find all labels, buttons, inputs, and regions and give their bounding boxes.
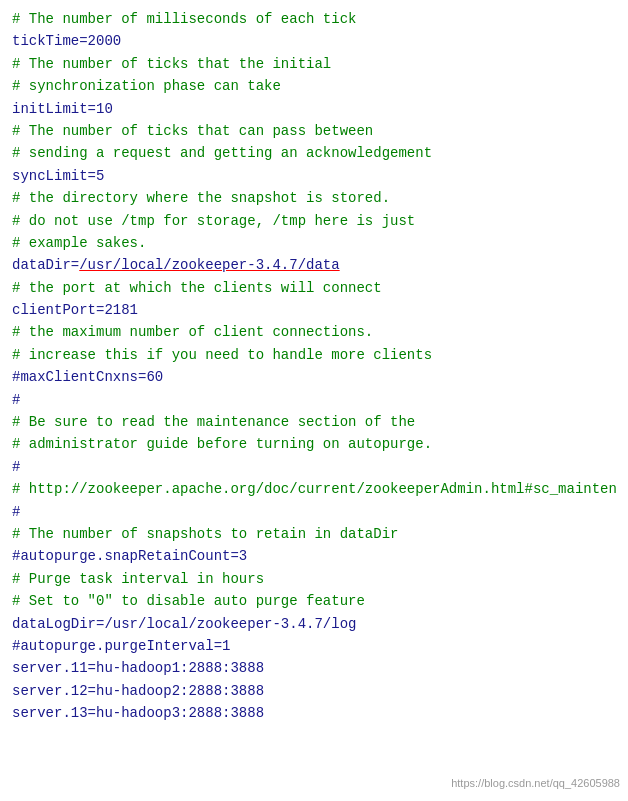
code-line: # the maximum number of client connectio…	[12, 321, 616, 343]
code-line-text: # http://zookeeper.apache.org/doc/curren…	[12, 481, 616, 497]
code-line-text: dataLogDir=/usr/local/zookeeper-3.4.7/lo…	[12, 616, 356, 632]
code-line-text: # example sakes.	[12, 235, 146, 251]
code-line-text: syncLimit=5	[12, 168, 104, 184]
code-line: # Be sure to read the maintenance sectio…	[12, 411, 616, 433]
code-line: # administrator guide before turning on …	[12, 433, 616, 455]
code-line: clientPort=2181	[12, 299, 616, 321]
code-line-text: clientPort=2181	[12, 302, 138, 318]
code-line: # example sakes.	[12, 232, 616, 254]
code-line-text: server.12=hu-hadoop2:2888:3888	[12, 683, 264, 699]
code-line-text: server.13=hu-hadoop3:2888:3888	[12, 705, 264, 721]
code-content: # The number of milliseconds of each tic…	[12, 8, 616, 725]
code-line-text: # The number of ticks that can pass betw…	[12, 123, 373, 139]
code-line: #autopurge.purgeInterval=1	[12, 635, 616, 657]
code-line: server.12=hu-hadoop2:2888:3888	[12, 680, 616, 702]
code-line-text: # The number of ticks that the initial	[12, 56, 331, 72]
code-line-text: #	[12, 392, 20, 408]
code-line: # The number of ticks that can pass betw…	[12, 120, 616, 142]
code-line-text: # The number of milliseconds of each tic…	[12, 11, 356, 27]
underlined-path: /usr/local/zookeeper-3.4.7/data	[79, 257, 339, 273]
code-line-text: # the port at which the clients will con…	[12, 280, 382, 296]
code-line: # http://zookeeper.apache.org/doc/curren…	[12, 478, 616, 500]
code-line: # the directory where the snapshot is st…	[12, 187, 616, 209]
code-line: syncLimit=5	[12, 165, 616, 187]
code-line: # synchronization phase can take	[12, 75, 616, 97]
code-line-text: tickTime=2000	[12, 33, 121, 49]
code-line-text: # administrator guide before turning on …	[12, 436, 432, 452]
code-line-text: # increase this if you need to handle mo…	[12, 347, 432, 363]
code-line-text: initLimit=10	[12, 101, 113, 117]
code-line: # do not use /tmp for storage, /tmp here…	[12, 210, 616, 232]
code-line-text: # Be sure to read the maintenance sectio…	[12, 414, 415, 430]
code-line: # increase this if you need to handle mo…	[12, 344, 616, 366]
code-line-text: # the directory where the snapshot is st…	[12, 190, 390, 206]
code-line: # Set to "0" to disable auto purge featu…	[12, 590, 616, 612]
code-line-text: server.11=hu-hadoop1:2888:3888	[12, 660, 264, 676]
code-line: #maxClientCnxns=60	[12, 366, 616, 388]
code-line: dataDir=/usr/local/zookeeper-3.4.7/data	[12, 254, 616, 276]
code-line: # Purge task interval in hours	[12, 568, 616, 590]
code-line-text: # The number of snapshots to retain in d…	[12, 526, 398, 542]
code-line: #	[12, 456, 616, 478]
code-line: #	[12, 501, 616, 523]
code-line-text: #	[12, 459, 20, 475]
code-line-text: #maxClientCnxns=60	[12, 369, 163, 385]
code-line-text: # Purge task interval in hours	[12, 571, 264, 587]
code-line: tickTime=2000	[12, 30, 616, 52]
code-line-text: # Set to "0" to disable auto purge featu…	[12, 593, 365, 609]
code-line: dataLogDir=/usr/local/zookeeper-3.4.7/lo…	[12, 613, 616, 635]
code-line-text: #autopurge.purgeInterval=1	[12, 638, 230, 654]
code-line: # The number of snapshots to retain in d…	[12, 523, 616, 545]
code-line: # The number of milliseconds of each tic…	[12, 8, 616, 30]
code-line: server.13=hu-hadoop3:2888:3888	[12, 702, 616, 724]
code-line-text: # sending a request and getting an ackno…	[12, 145, 432, 161]
code-line: # sending a request and getting an ackno…	[12, 142, 616, 164]
code-line: server.11=hu-hadoop1:2888:3888	[12, 657, 616, 679]
code-line-text: # do not use /tmp for storage, /tmp here…	[12, 213, 415, 229]
code-line: #autopurge.snapRetainCount=3	[12, 545, 616, 567]
code-line: initLimit=10	[12, 98, 616, 120]
code-line-text: #	[12, 504, 20, 520]
code-line: # The number of ticks that the initial	[12, 53, 616, 75]
watermark: https://blog.csdn.net/qq_42605988	[451, 775, 620, 793]
code-line: # the port at which the clients will con…	[12, 277, 616, 299]
code-line: #	[12, 389, 616, 411]
code-line-text: dataDir=/usr/local/zookeeper-3.4.7/data	[12, 257, 340, 273]
code-line-text: # synchronization phase can take	[12, 78, 281, 94]
code-line-text: #autopurge.snapRetainCount=3	[12, 548, 247, 564]
code-line-text: # the maximum number of client connectio…	[12, 324, 373, 340]
